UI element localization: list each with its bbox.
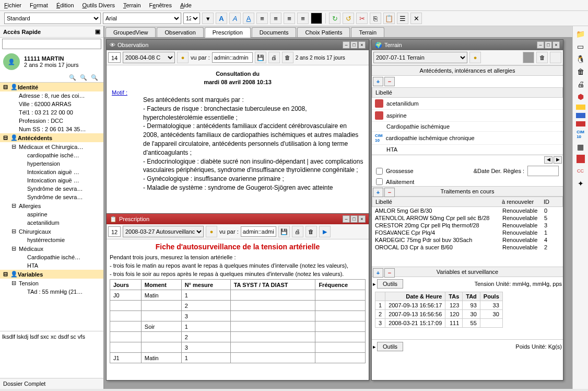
add-button[interactable]: + <box>373 268 383 278</box>
save-icon[interactable]: 💾 <box>255 52 266 63</box>
size-stepper[interactable]: ▾ <box>202 13 214 24</box>
copy-icon[interactable]: ⎘ <box>370 13 381 24</box>
lock-icon[interactable]: ● <box>206 226 217 237</box>
antecedent-list[interactable]: acetanilidumaspirineCardiopathie ischémi… <box>372 98 563 155</box>
add-button[interactable]: + <box>373 188 383 197</box>
menu-fichier[interactable]: Fichier <box>4 2 21 8</box>
tree-item[interactable]: Num SS : 2 06 01 34 35… <box>0 125 103 133</box>
tab-documents[interactable]: Documents <box>252 27 297 37</box>
tree-item[interactable]: Intoxication aiguë … <box>0 176 103 185</box>
tree-item[interactable]: HTA <box>0 261 103 270</box>
font-select[interactable]: Arial <box>103 13 181 24</box>
scroll-left-icon[interactable]: ◀ <box>544 156 552 164</box>
box-icon[interactable] <box>523 52 534 63</box>
cluster-icon[interactable]: ✦ <box>575 179 586 188</box>
tree-item[interactable]: TAd : 55 mmHg (21… <box>0 288 103 296</box>
var-expand-icon[interactable]: ▸ <box>373 343 376 350</box>
undo-icon[interactable]: ↺ <box>343 13 354 24</box>
menu-edition[interactable]: Édition <box>56 2 74 8</box>
antecedent-item[interactable]: acetanilidum <box>372 98 563 110</box>
scroll-right-icon[interactable]: ▶ <box>554 156 562 164</box>
bar2-icon[interactable] <box>576 113 585 118</box>
action-icon-3[interactable]: 🔍 <box>91 74 98 80</box>
vu-par-input[interactable] <box>212 52 253 63</box>
save-icon[interactable]: 💾 <box>278 226 290 237</box>
redo-icon[interactable]: ↻ <box>329 13 340 24</box>
style-select[interactable]: Standard <box>4 13 101 24</box>
menu-outils[interactable]: Outils Divers <box>83 2 115 8</box>
action-icon-2[interactable]: 🔍 <box>80 74 87 80</box>
antecedent-item[interactable]: Cardiopathie ischémique <box>372 122 563 132</box>
print-icon[interactable]: 🖨 <box>292 226 303 237</box>
cim10-icon[interactable]: CIM10 <box>575 130 586 139</box>
outils-button[interactable]: Outils <box>377 279 403 289</box>
tree-item[interactable]: ⊟👤 Antécédents <box>0 133 103 142</box>
align-justify-icon[interactable]: ≡ <box>297 13 309 24</box>
tree-item[interactable]: acetanilidum <box>0 218 103 227</box>
underline-icon[interactable]: A <box>243 13 254 24</box>
treatment-row[interactable]: FOSAVANCE Cpr Plq/4Renouvelable1 <box>372 229 563 236</box>
quick-search-input[interactable] <box>2 39 101 49</box>
notes-area[interactable]: lksdlf lskdj lsdf sxc xc dsdf sc vfs <box>0 331 103 378</box>
tree-item[interactable]: Intoxication aiguë … <box>0 168 103 176</box>
tree-item[interactable]: hypertension <box>0 159 103 168</box>
tree-item[interactable]: ⊟👤 Identité <box>0 83 103 91</box>
paste-icon[interactable]: 📋 <box>383 13 395 24</box>
close-icon[interactable]: × <box>358 215 366 223</box>
remove-button[interactable]: − <box>384 77 395 86</box>
tree-item[interactable]: Ville : 62000 ARRAS <box>0 100 103 108</box>
align-left-icon[interactable]: ≡ <box>256 13 268 24</box>
folder-icon[interactable]: 📁 <box>575 29 586 39</box>
tree-item[interactable]: Syndrôme de sevra… <box>0 185 103 193</box>
tab-terrain[interactable]: Terrain <box>351 27 384 37</box>
list-icon[interactable]: ☰ <box>397 13 408 24</box>
panel-close-icon[interactable]: ▣ <box>95 28 100 35</box>
menu-terrain[interactable]: Terrain <box>123 2 141 8</box>
motif-link[interactable]: Motif : <box>112 89 127 96</box>
treatments-list[interactable]: AMLOR 5mg Gél B/30Renouvelable0ATENOLOL … <box>372 207 563 251</box>
cut-icon[interactable]: ✂ <box>356 13 368 24</box>
obs-body[interactable]: Consultation du mardi 08 avril 2008 10:1… <box>107 65 369 214</box>
trash-icon[interactable]: 🗑 <box>575 67 586 76</box>
delete-icon[interactable]: 🗑 <box>282 52 293 63</box>
action-icon-1[interactable]: 🔍 <box>69 74 76 80</box>
tab-groupedview[interactable]: GroupedView <box>105 27 156 37</box>
print-icon[interactable]: 🖨 <box>268 52 280 63</box>
antecedent-item[interactable]: HTA <box>372 145 563 155</box>
grossesse-checkbox[interactable] <box>376 168 383 175</box>
bold-icon[interactable]: A <box>216 13 227 24</box>
bar3-icon[interactable] <box>576 121 585 126</box>
play-icon[interactable]: ▶ <box>319 226 331 237</box>
tab-choix patients[interactable]: Choix Patients <box>297 27 350 37</box>
remove-button[interactable]: − <box>384 268 395 278</box>
tab-prescription[interactable]: Prescription <box>205 27 251 38</box>
tree-item[interactable]: ⊟Chirurgicaux <box>0 227 103 236</box>
tools-icon[interactable]: ✕ <box>410 13 422 24</box>
lock-icon[interactable]: ● <box>469 52 481 63</box>
doc-icon[interactable]: ▭ <box>575 42 586 51</box>
tree-item[interactable]: hystérrectomie <box>0 236 103 244</box>
min-icon[interactable]: – <box>343 41 350 49</box>
add-button[interactable]: + <box>373 77 383 86</box>
tree-item[interactable]: ⊟Médicaux <box>0 244 103 253</box>
treatment-row[interactable]: AMLOR 5mg Gél B/30Renouvelable0 <box>372 207 563 214</box>
italic-icon[interactable]: A <box>229 13 241 24</box>
menu-format[interactable]: Format <box>30 2 48 8</box>
max-icon[interactable]: □ <box>350 41 358 49</box>
record-tree[interactable]: ⊟👤 IdentitéAdresse : 8, rue des coi…Vill… <box>0 82 103 331</box>
color-swatch[interactable] <box>311 13 322 24</box>
close-icon[interactable]: × <box>552 41 560 49</box>
menu-aide[interactable]: Aide <box>180 2 192 8</box>
tree-item[interactable]: cardiopathie isché… <box>0 151 103 159</box>
date-regles-input[interactable] <box>527 166 559 176</box>
cc-icon[interactable]: CC <box>575 166 586 176</box>
bar1-icon[interactable] <box>576 105 585 110</box>
treatment-row[interactable]: OROCAL D3 Cpr à sucer B/60Renouvelable2 <box>372 244 563 251</box>
align-center-icon[interactable]: ≡ <box>270 13 281 24</box>
tree-item[interactable]: Syndrôme de sevra… <box>0 193 103 201</box>
presc-body[interactable]: Fiche d'autosurveillance de la tension a… <box>107 239 369 380</box>
antecedent-item[interactable]: CIM10cardiopathie ischémique chronique <box>372 132 563 145</box>
outils-button[interactable]: Outils <box>377 342 403 351</box>
tree-item[interactable]: ⊟Médicaux et Chirurgica… <box>0 142 103 151</box>
tab-observation[interactable]: Observation <box>157 27 203 37</box>
